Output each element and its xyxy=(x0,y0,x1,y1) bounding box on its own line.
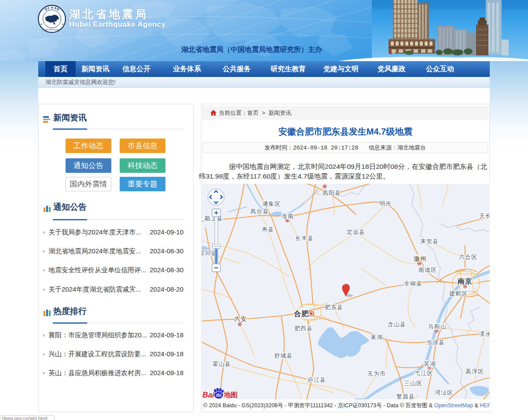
svg-text:寿县: 寿县 xyxy=(262,226,274,233)
svg-text:省: 省 xyxy=(51,6,54,9)
svg-text:湾沚区: 湾沚区 xyxy=(435,389,453,396)
svg-text:含山县: 含山县 xyxy=(388,321,406,328)
svg-text:六安: 六安 xyxy=(234,316,247,322)
svg-text:© 2024 Baidu - GS(2023)3206号 -: © 2024 Baidu - GS(2023)3206号 - 甲测资字11111… xyxy=(203,402,490,409)
svg-text:凤阳县: 凤阳县 xyxy=(323,190,341,196)
svg-text:Bai: Bai xyxy=(202,391,215,399)
svg-text:芜湖: 芜湖 xyxy=(424,361,436,367)
svg-text:地图: 地图 xyxy=(224,391,238,398)
svg-text:巢湖: 巢湖 xyxy=(370,334,383,340)
svg-text:淮南: 淮南 xyxy=(281,213,294,219)
svg-text:天长: 天长 xyxy=(479,212,490,219)
svg-text:马鞍山: 马鞍山 xyxy=(428,323,447,330)
svg-text:合肥: 合肥 xyxy=(293,310,309,318)
svg-text:来安县: 来安县 xyxy=(420,238,439,245)
svg-text:高淳区: 高淳区 xyxy=(466,368,484,375)
svg-text:滁州: 滁州 xyxy=(414,256,427,262)
svg-text:三山区: 三山区 xyxy=(404,380,422,387)
svg-text:明光: 明光 xyxy=(379,200,392,207)
svg-text:肥东县: 肥东县 xyxy=(325,304,343,310)
svg-text:舒城县: 舒城县 xyxy=(274,352,293,359)
svg-text:建邺区: 建邺区 xyxy=(449,290,468,297)
svg-text:六合区: 六合区 xyxy=(459,254,477,260)
svg-text:肥西县: 肥西县 xyxy=(294,325,313,332)
svg-text:震: 震 xyxy=(57,8,59,11)
svg-text:当涂县: 当涂县 xyxy=(426,339,445,346)
svg-text:南谯区: 南谯区 xyxy=(418,267,437,273)
svg-text:地: 地 xyxy=(54,7,57,10)
svg-text:繁昌县: 繁昌县 xyxy=(396,393,415,400)
svg-text:北: 北 xyxy=(47,7,50,10)
svg-text:HUBEI EARTHQUAKE: HUBEI EARTHQUAKE xyxy=(44,29,60,31)
svg-text:潘集区: 潘集区 xyxy=(262,201,281,207)
svg-text:无为市: 无为市 xyxy=(367,370,386,377)
svg-text:凤台县: 凤台县 xyxy=(250,208,269,215)
svg-text:庐江县: 庐江县 xyxy=(308,376,326,383)
svg-text:霍山县: 霍山县 xyxy=(213,361,231,367)
svg-text:全椒县: 全椒县 xyxy=(404,280,422,287)
svg-text:定远县: 定远县 xyxy=(347,229,365,235)
svg-text:湖: 湖 xyxy=(44,8,47,11)
svg-text:du: du xyxy=(216,393,221,398)
svg-text:溧水: 溧水 xyxy=(479,331,490,337)
svg-text:南京: 南京 xyxy=(457,277,473,285)
svg-text:长丰县: 长丰县 xyxy=(295,235,314,241)
svg-text:弋江区: 弋江区 xyxy=(414,370,433,376)
